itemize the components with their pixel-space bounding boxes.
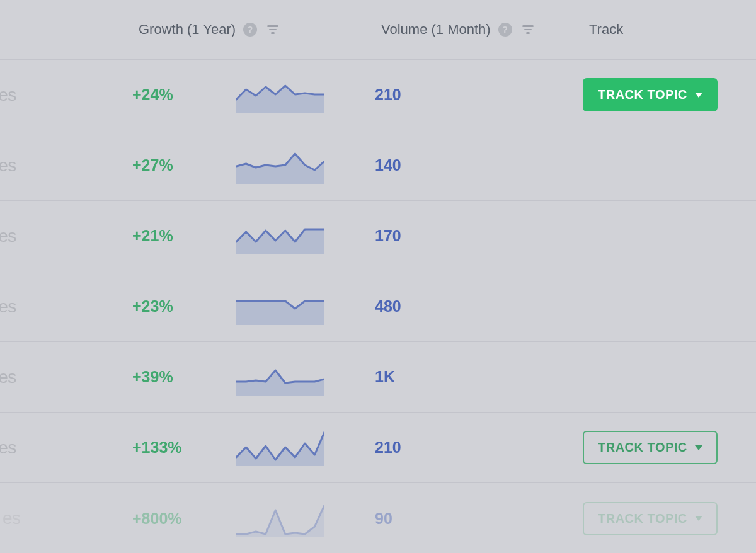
growth-value: +800% — [132, 510, 236, 528]
help-icon[interactable]: ? — [498, 23, 512, 37]
table-row: tes +23% 480 — [0, 271, 756, 342]
growth-value: +27% — [132, 156, 236, 174]
row-name-partial: tes — [0, 226, 132, 246]
sparkline — [236, 428, 324, 466]
svg-marker-2 — [236, 229, 324, 254]
table-row: tes +21% 170 — [0, 201, 756, 271]
row-name-partial: es — [0, 508, 132, 528]
table-row: tes +133% 210 TRACK TOPIC — [0, 413, 756, 483]
growth-value: +24% — [132, 86, 236, 104]
table-header-row: Growth (1 Year) ? Volume (1 Month) ? Tra… — [0, 0, 756, 60]
volume-value: 210 — [375, 86, 583, 104]
row-name-partial: tes — [0, 156, 132, 176]
volume-value: 90 — [375, 510, 583, 528]
growth-value: +21% — [132, 227, 236, 245]
sparkline — [236, 217, 324, 254]
chevron-down-icon — [695, 445, 702, 450]
help-icon[interactable]: ? — [243, 23, 257, 37]
volume-value: 1K — [375, 368, 583, 386]
track-button-label: TRACK TOPIC — [598, 511, 687, 526]
svg-marker-4 — [236, 370, 324, 396]
filter-icon[interactable] — [520, 23, 536, 37]
header-track-label: Track — [589, 21, 623, 37]
table-row: es +800% 90 TRACK TOPIC — [0, 483, 756, 553]
volume-value: 170 — [375, 227, 583, 245]
sparkline — [236, 358, 324, 396]
table-row: tes +24% 210 TRACK TOPIC — [0, 60, 756, 130]
growth-value: +23% — [132, 297, 236, 316]
growth-value: +133% — [132, 438, 236, 457]
track-topic-button[interactable]: TRACK TOPIC — [583, 78, 718, 111]
sparkline — [236, 287, 324, 325]
table-row: tes +39% 1K — [0, 342, 756, 413]
row-name-partial: tes — [0, 438, 132, 458]
svg-marker-3 — [236, 301, 324, 325]
chevron-down-icon — [695, 93, 702, 98]
track-topic-button[interactable]: TRACK TOPIC — [583, 502, 718, 535]
row-name-partial: tes — [0, 367, 132, 387]
header-volume-label: Volume (1 Month) — [381, 21, 491, 38]
track-button-label: TRACK TOPIC — [598, 88, 687, 102]
volume-value: 210 — [375, 438, 583, 457]
volume-value: 480 — [375, 297, 583, 316]
svg-marker-5 — [236, 432, 324, 466]
header-growth-label: Growth (1 Year) — [139, 21, 236, 38]
track-topic-button[interactable]: TRACK TOPIC — [583, 431, 718, 464]
sparkline — [236, 76, 324, 113]
growth-value: +39% — [132, 368, 236, 386]
chevron-down-icon — [695, 516, 702, 521]
track-button-label: TRACK TOPIC — [598, 440, 687, 455]
row-name-partial: tes — [0, 297, 132, 317]
table-row: tes +27% 140 — [0, 130, 756, 201]
sparkline — [236, 499, 324, 537]
row-name-partial: tes — [0, 85, 132, 105]
sparkline — [236, 146, 324, 184]
volume-value: 140 — [375, 156, 583, 174]
filter-icon[interactable] — [265, 23, 281, 37]
